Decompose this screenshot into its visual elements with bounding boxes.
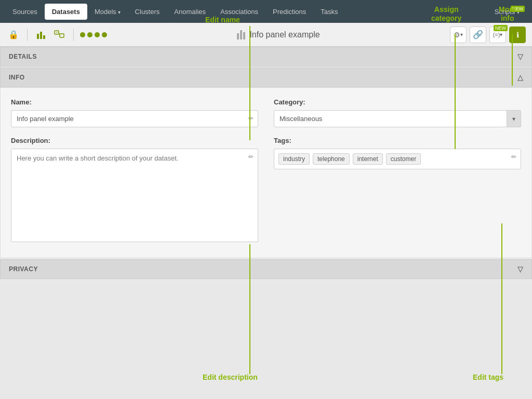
details-section-header[interactable]: DETAILS ▽ bbox=[0, 47, 532, 66]
nav-datasets[interactable]: Datasets bbox=[45, 4, 87, 20]
info-button[interactable]: ℹ bbox=[509, 26, 526, 43]
category-label: Category: bbox=[274, 98, 521, 106]
toolbar-title-area: Info panel example bbox=[111, 30, 446, 39]
svg-rect-4 bbox=[60, 34, 64, 37]
info-section-label: INFO bbox=[9, 74, 25, 81]
nav-models[interactable]: Models bbox=[87, 4, 128, 20]
tags-field[interactable]: industry telephone internet customer ✏ bbox=[274, 149, 521, 169]
description-edit-icon[interactable]: ✏ bbox=[248, 153, 254, 161]
code-button[interactable]: (=) ▾ NEW bbox=[489, 26, 506, 43]
link-button[interactable]: 🔗 bbox=[470, 26, 486, 43]
privacy-toggle-icon[interactable]: ▽ bbox=[517, 265, 524, 273]
edit-tags-annotation: Edit tags bbox=[473, 373, 503, 381]
info-col-right: Category: MiscellaneousBusinessTechnolog… bbox=[274, 98, 521, 242]
svg-text:+: + bbox=[56, 31, 58, 34]
tags-label: Tags: bbox=[274, 137, 521, 144]
category-field-wrap: MiscellaneousBusinessTechnologyScience ▾ bbox=[274, 110, 521, 127]
nav-associations[interactable]: Associations bbox=[213, 4, 265, 20]
svg-rect-0 bbox=[37, 34, 39, 39]
tag-internet[interactable]: internet bbox=[353, 153, 383, 165]
info-section-header[interactable]: INFO △ bbox=[0, 68, 532, 87]
name-label: Name: bbox=[11, 98, 258, 106]
description-label: Description: bbox=[11, 137, 258, 144]
toolbar-title-text: Info panel example bbox=[249, 30, 320, 39]
toolbar-right-actions: ⚙ ▾ 🔗 (=) ▾ NEW ℹ bbox=[450, 26, 526, 43]
details-toggle-icon[interactable]: ▽ bbox=[517, 52, 524, 61]
name-edit-icon[interactable]: ✏ bbox=[248, 115, 254, 122]
nav-anomalies[interactable]: Anomalies bbox=[167, 4, 213, 20]
progress-dots bbox=[80, 32, 107, 37]
info-row-1: Name: Info panel example ✏ Description: … bbox=[11, 98, 521, 242]
toolbar-divider-2 bbox=[73, 29, 74, 41]
nav-clusters[interactable]: Clusters bbox=[128, 4, 167, 20]
edit-description-annotation: Edit description bbox=[203, 373, 258, 381]
lock-icon: 🔒 bbox=[6, 28, 21, 42]
toolbar: 🔒 + Info panel example ⚙ ▾ bbox=[0, 23, 532, 47]
dataset-icon bbox=[237, 30, 245, 39]
tag-customer[interactable]: customer bbox=[386, 153, 421, 165]
description-text: Here you can write a short description o… bbox=[17, 154, 178, 162]
nav-scripts[interactable]: Scripts NEW bbox=[487, 4, 527, 20]
svg-rect-1 bbox=[40, 32, 42, 39]
privacy-section-header[interactable]: PRIVACY ▽ bbox=[0, 259, 532, 279]
tag-industry[interactable]: industry bbox=[278, 153, 310, 165]
settings-button[interactable]: ⚙ ▾ bbox=[450, 26, 467, 43]
description-field[interactable]: Here you can write a short description o… bbox=[11, 149, 258, 242]
tag-telephone[interactable]: telephone bbox=[313, 153, 350, 165]
navbar: Sources Datasets Models Clusters Anomali… bbox=[0, 0, 532, 23]
nav-sources[interactable]: Sources bbox=[5, 4, 45, 20]
settings-icon: ⚙ bbox=[454, 31, 460, 39]
details-section-label: DETAILS bbox=[9, 53, 37, 60]
tags-edit-icon[interactable]: ✏ bbox=[511, 153, 516, 161]
info-col-left: Name: Info panel example ✏ Description: … bbox=[11, 98, 258, 242]
info-toggle-icon[interactable]: △ bbox=[517, 73, 524, 82]
code-icon: (=) bbox=[493, 32, 500, 38]
nav-predictions[interactable]: Predictions bbox=[265, 4, 313, 20]
link-icon: 🔗 bbox=[473, 30, 483, 39]
info-section-content: Name: Info panel example ✏ Description: … bbox=[0, 87, 532, 258]
toolbar-divider-1 bbox=[27, 29, 28, 41]
category-select[interactable]: MiscellaneousBusinessTechnologyScience bbox=[274, 110, 521, 127]
privacy-section-label: PRIVACY bbox=[9, 265, 38, 273]
name-value: Info panel example bbox=[17, 115, 74, 123]
nav-tasks[interactable]: Tasks bbox=[313, 4, 345, 20]
transform-icon[interactable]: + bbox=[52, 28, 67, 42]
scripts-new-badge: NEW bbox=[511, 6, 525, 12]
svg-rect-2 bbox=[43, 35, 45, 39]
info-icon: ℹ bbox=[516, 31, 519, 39]
name-field[interactable]: Info panel example ✏ bbox=[11, 110, 258, 127]
code-new-badge: NEW bbox=[494, 25, 508, 31]
chart-icon[interactable] bbox=[34, 28, 48, 42]
